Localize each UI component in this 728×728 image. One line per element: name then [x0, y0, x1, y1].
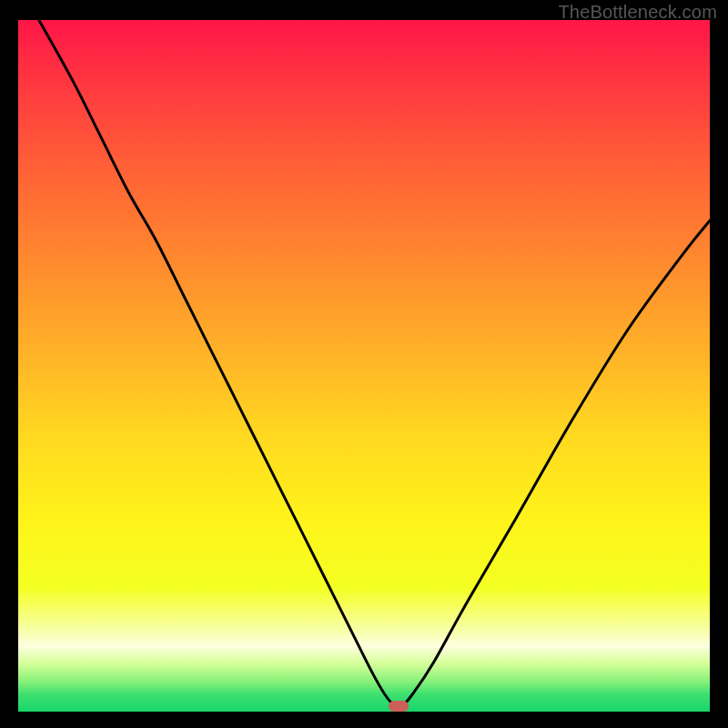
plot-area — [18, 20, 710, 712]
chart-frame: TheBottleneck.com — [0, 0, 728, 728]
optimum-marker — [389, 701, 409, 712]
bottleneck-curve — [18, 20, 710, 712]
